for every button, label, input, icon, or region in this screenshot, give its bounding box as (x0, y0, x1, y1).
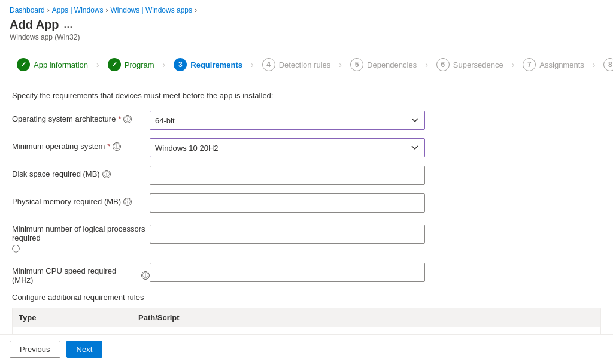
physical-memory-row: Physical memory required (MB) ⓘ (12, 193, 601, 213)
disk-space-row: Disk space required (MB) ⓘ (12, 166, 601, 185)
page-title-container: Add App ... (0, 17, 613, 33)
step-assignments[interactable]: 7 Assignments (515, 54, 591, 75)
os-architecture-dropdown[interactable]: 32-bit 64-bit 32-bit and 64-bit (150, 111, 425, 130)
step-review-create[interactable]: 8 Review + create (596, 54, 613, 75)
cpu-speed-row: Minimum CPU speed required (MHz) ⓘ (12, 263, 601, 284)
disk-space-info-icon[interactable]: ⓘ (102, 170, 111, 178)
min-os-control: Windows 10 1607 Windows 10 1703 Windows … (150, 138, 425, 157)
breadcrumb-sep-3: › (195, 6, 197, 14)
page-subtitle: Windows app (Win32) (0, 33, 613, 48)
step-6-label: Supersedence (453, 60, 503, 69)
cpu-speed-label: Minimum CPU speed required (MHz) ⓘ (12, 263, 150, 284)
step-4-circle: 4 (262, 58, 275, 71)
step-3-label: Requirements (190, 60, 242, 69)
wizard-steps: ✓ App information › ✓ Program › 3 Requir… (0, 48, 613, 81)
step-4-label: Detection rules (279, 60, 331, 69)
os-architecture-label: Operating system architecture * ⓘ (12, 111, 150, 123)
footer: Previous Next (0, 334, 613, 364)
step-7-circle: 7 (523, 58, 536, 71)
os-architecture-info-icon[interactable]: ⓘ (123, 115, 132, 123)
step-program[interactable]: ✓ Program (101, 54, 162, 75)
breadcrumb-sep-2: › (106, 6, 108, 14)
min-os-info-icon[interactable]: ⓘ (113, 142, 121, 151)
logical-processors-row: Minimum number of logical processors req… (12, 221, 601, 254)
logical-processors-control (150, 221, 425, 244)
min-os-label: Minimum operating system * ⓘ (12, 138, 150, 151)
cpu-speed-input[interactable] (150, 263, 425, 282)
step-6-circle: 6 (436, 58, 450, 71)
physical-memory-info-icon[interactable]: ⓘ (123, 198, 132, 206)
physical-memory-control (150, 193, 425, 213)
step-detection-rules[interactable]: 4 Detection rules (255, 54, 338, 75)
main-content: Specify the requirements that devices mu… (0, 81, 613, 364)
step-8-circle: 8 (603, 58, 613, 71)
breadcrumb-windows-apps[interactable]: Windows | Windows apps (111, 6, 193, 14)
step-1-label: App information (34, 60, 88, 69)
disk-space-label: Disk space required (MB) ⓘ (12, 166, 150, 178)
intro-text: Specify the requirements that devices mu… (12, 91, 601, 100)
logical-processors-info-icon[interactable]: ⓘ (12, 244, 20, 254)
logical-processors-input[interactable] (150, 225, 425, 244)
step-supersedence[interactable]: 6 Supersedence (429, 54, 511, 75)
next-button[interactable]: Next (66, 341, 103, 358)
logical-processors-label: Minimum number of logical processors req… (12, 221, 150, 254)
physical-memory-input[interactable] (150, 193, 425, 213)
step-3-circle: 3 (174, 58, 187, 71)
step-2-circle: ✓ (108, 58, 121, 71)
step-5-label: Dependencies (367, 60, 417, 69)
step-requirements[interactable]: 3 Requirements (166, 54, 250, 75)
page-title: Add App (10, 18, 59, 32)
cpu-speed-control (150, 263, 425, 282)
additional-requirements-title: Configure additional requirement rules (12, 293, 601, 302)
os-architecture-row: Operating system architecture * ⓘ 32-bit… (12, 111, 601, 130)
step-7-label: Assignments (539, 60, 584, 69)
disk-space-control (150, 166, 425, 185)
disk-space-input[interactable] (150, 166, 425, 185)
step-2-label: Program (125, 60, 154, 69)
cpu-speed-info-icon[interactable]: ⓘ (141, 271, 150, 280)
page-title-ellipsis[interactable]: ... (64, 19, 73, 31)
breadcrumb-sep-1: › (47, 6, 50, 14)
step-app-information[interactable]: ✓ App information (10, 54, 95, 75)
breadcrumb-apps[interactable]: Apps | Windows (52, 6, 104, 14)
min-os-row: Minimum operating system * ⓘ Windows 10 … (12, 138, 601, 157)
os-architecture-required: * (118, 114, 121, 123)
os-architecture-control: 32-bit 64-bit 32-bit and 64-bit (150, 111, 425, 130)
min-os-dropdown[interactable]: Windows 10 1607 Windows 10 1703 Windows … (150, 138, 425, 157)
step-1-circle: ✓ (17, 58, 30, 71)
table-col-type-header: Type (13, 308, 132, 327)
breadcrumb-dashboard[interactable]: Dashboard (10, 6, 45, 14)
physical-memory-label: Physical memory required (MB) ⓘ (12, 193, 150, 206)
breadcrumb: Dashboard › Apps | Windows › Windows | W… (0, 0, 613, 17)
previous-button[interactable]: Previous (10, 341, 60, 358)
step-5-circle: 5 (350, 58, 363, 71)
min-os-required: * (107, 142, 110, 151)
step-dependencies[interactable]: 5 Dependencies (343, 54, 424, 75)
requirements-table-header: Type Path/Script (13, 308, 600, 327)
table-col-path-header: Path/Script (132, 308, 600, 327)
